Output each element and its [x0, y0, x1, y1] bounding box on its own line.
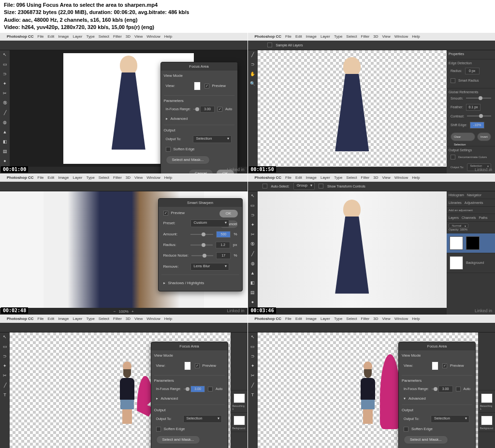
menu-select[interactable]: Select: [99, 317, 109, 321]
dodge-tool-icon[interactable]: ●: [1, 158, 8, 164]
menu-layer[interactable]: Layer: [73, 175, 82, 180]
gradient-tool-icon[interactable]: ▤: [249, 289, 256, 296]
brush-tool-icon[interactable]: ╱: [249, 51, 256, 58]
menu-layer[interactable]: Layer: [73, 317, 82, 321]
lasso-tool-icon[interactable]: ⊃: [1, 353, 8, 360]
show-transform-checkbox[interactable]: [319, 184, 323, 188]
menu-edit[interactable]: Edit: [295, 34, 302, 39]
canvas-area[interactable]: [258, 191, 447, 308]
soften-checkbox[interactable]: [404, 427, 408, 432]
shadows-toggle[interactable]: Shadows / Highlights: [168, 281, 204, 285]
menu-help[interactable]: Help: [412, 34, 420, 39]
radius-value[interactable]: 0 px: [465, 68, 480, 74]
options-bar[interactable]: [0, 323, 248, 332]
menu-type[interactable]: Type: [334, 34, 342, 39]
menu-help[interactable]: Help: [164, 34, 172, 39]
layer-thumb-bg[interactable]: [450, 256, 463, 270]
menubar[interactable]: Photoshop CC File Edit Image Layer Type …: [0, 33, 248, 41]
menubar[interactable]: Photoshop CC File Edit Image Layer Type …: [0, 315, 248, 323]
menu-layer[interactable]: Layer: [320, 317, 330, 321]
menu-layer[interactable]: Layer: [320, 175, 330, 180]
wand-tool-icon[interactable]: ✦: [249, 221, 256, 228]
canvas-area[interactable]: [258, 50, 447, 167]
menu-filter[interactable]: Filter: [113, 317, 122, 321]
tab-layers[interactable]: Layers: [449, 216, 459, 219]
dialog-title[interactable]: Smart Sharpen: [159, 199, 242, 207]
smart-sharpen-dialog[interactable]: Smart Sharpen OK Cancel Preview Preset: …: [158, 198, 243, 291]
menu-filter[interactable]: Filter: [361, 317, 370, 321]
wand-tool-icon[interactable]: ✦: [1, 362, 8, 369]
layers-mini-panel[interactable]: Retouching 1 Background: [231, 332, 248, 448]
output-select[interactable]: Selection: [193, 135, 232, 143]
menu-window[interactable]: Window: [146, 34, 160, 39]
menu-file[interactable]: File: [38, 175, 44, 180]
focus-area-dialog[interactable]: Focus Area View Mode View: Preview Param…: [151, 342, 228, 448]
dialog-title[interactable]: Focus Area: [161, 62, 237, 71]
menu-filter[interactable]: Filter: [361, 175, 370, 180]
menubar[interactable]: Photoshop CC File Edit Image Layer Type …: [248, 174, 495, 182]
shift-value[interactable]: -10%: [470, 122, 484, 129]
menu-help[interactable]: Help: [412, 175, 420, 180]
auto-select-checkbox[interactable]: [262, 184, 267, 188]
preview-checkbox[interactable]: [442, 363, 447, 368]
menu-3d[interactable]: 3D: [373, 175, 378, 180]
soften-checkbox[interactable]: [156, 427, 161, 432]
layer-bg-name[interactable]: Background: [480, 427, 493, 430]
menu-image[interactable]: Image: [306, 317, 317, 321]
noise-value[interactable]: 17: [216, 252, 231, 259]
zoom-in-icon[interactable]: +: [131, 309, 134, 314]
tools-panel[interactable]: ↖ ▭ ⊃ ✦ ✂ ⦿ ╱ ◍ ▲ ◧ ▤ ● ✎ T ✋ 🔍: [248, 191, 258, 308]
crop-tool-icon[interactable]: ✂: [249, 231, 256, 238]
tab-navigator[interactable]: Navigator: [467, 193, 481, 197]
menu-type[interactable]: Type: [86, 317, 94, 321]
view-thumbnail[interactable]: [432, 361, 438, 370]
crop-tool-icon[interactable]: ✂: [1, 90, 8, 97]
menu-view[interactable]: View: [382, 34, 391, 39]
range-value[interactable]: 3.00: [438, 386, 453, 392]
zoom-out-icon[interactable]: −: [114, 309, 116, 314]
tab-libraries[interactable]: Libraries: [449, 201, 462, 204]
move-tool-icon[interactable]: ↖: [249, 192, 256, 199]
range-slider[interactable]: [432, 389, 436, 390]
mask-thumb[interactable]: [466, 236, 480, 250]
select-mask-button[interactable]: Select and Mask...: [404, 435, 448, 444]
zoom-level[interactable]: 100%: [119, 309, 129, 314]
menu-select[interactable]: Select: [99, 175, 109, 180]
options-bar[interactable]: Sample All Layers: [248, 41, 495, 50]
marquee-tool-icon[interactable]: ▭: [249, 343, 256, 350]
sample-layers-checkbox[interactable]: [267, 43, 272, 47]
marquee-tool-icon[interactable]: ▭: [1, 61, 8, 68]
contrast-slider[interactable]: [467, 116, 491, 116]
wand-tool-icon[interactable]: ✦: [249, 362, 256, 369]
menu-image[interactable]: Image: [58, 317, 69, 321]
menu-view[interactable]: View: [134, 34, 143, 39]
menu-file[interactable]: File: [285, 317, 291, 321]
menu-select[interactable]: Select: [99, 34, 109, 39]
lasso-tool-icon[interactable]: ⊃: [1, 71, 8, 77]
options-bar[interactable]: [0, 182, 248, 191]
move-tool-icon[interactable]: ↖: [1, 333, 8, 340]
advanced-toggle[interactable]: Advanced: [171, 116, 188, 121]
auto-checkbox[interactable]: [456, 387, 461, 391]
properties-panel[interactable]: Properties Edge Detection Radius:0 px Sm…: [447, 50, 495, 173]
radius-value[interactable]: 1.2: [216, 242, 230, 248]
zoom-tool-icon[interactable]: 🔍: [249, 80, 256, 87]
menu-file[interactable]: File: [38, 34, 44, 39]
zoom-controls[interactable]: − 100% +: [114, 309, 134, 314]
select-mask-button[interactable]: Select and Mask...: [156, 435, 201, 444]
brush-tool-icon[interactable]: ╱: [249, 250, 256, 257]
app-name[interactable]: Photoshop CC: [255, 175, 282, 180]
layer-thumb-bg[interactable]: [233, 416, 245, 425]
advanced-toggle[interactable]: Advanced: [408, 396, 426, 401]
decontaminate-checkbox[interactable]: [451, 155, 455, 159]
invert-button[interactable]: Invert: [477, 132, 491, 141]
menu-filter[interactable]: Filter: [113, 34, 122, 39]
tab-histogram[interactable]: Histogram: [449, 193, 464, 197]
view-thumbnail[interactable]: [184, 361, 191, 370]
type-tool-icon[interactable]: T: [1, 391, 8, 398]
menu-file[interactable]: File: [285, 34, 291, 39]
menu-select[interactable]: Select: [346, 317, 357, 321]
dialog-title[interactable]: Focus Area: [151, 342, 228, 350]
app-name[interactable]: Photoshop CC: [255, 34, 282, 39]
lasso-tool-icon[interactable]: ⊃: [249, 212, 256, 218]
